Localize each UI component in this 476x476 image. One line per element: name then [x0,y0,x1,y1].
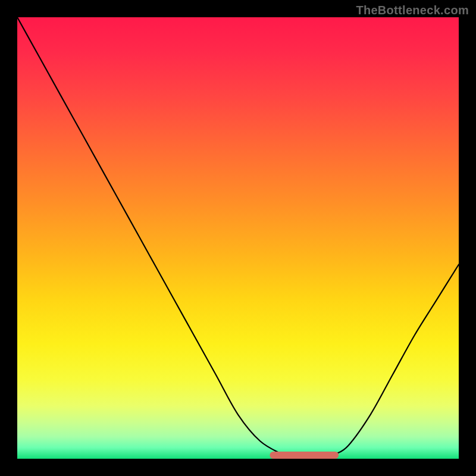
bottleneck-curve [17,17,459,459]
curve-svg [17,17,459,459]
plot-area [17,17,459,459]
chart-frame: TheBottleneck.com [0,0,476,476]
brand-watermark: TheBottleneck.com [356,4,469,17]
